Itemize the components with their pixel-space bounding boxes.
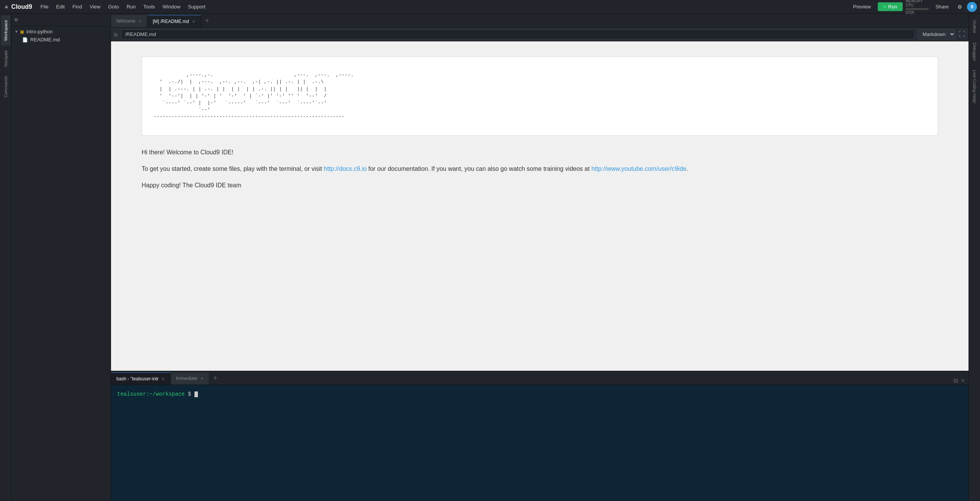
menu-support[interactable]: Support [184, 2, 209, 11]
preview-area: ,----.,-. ,---. ,---. ,----. ' .-./| | ,… [111, 41, 969, 371]
top-arrow-icon[interactable]: ▲ [3, 2, 10, 12]
docs-link[interactable]: http://docs.c9.io [324, 165, 367, 172]
terminal-tab-close-bash[interactable]: × [162, 376, 165, 382]
terminal-tab-add-button[interactable]: + [209, 372, 222, 385]
menu-run[interactable]: Run [123, 2, 140, 11]
bottom-panel: bash - "tealsuser-intr × Immediate × + ⧉… [111, 371, 969, 501]
sidebar-item-commands[interactable]: Commands [1, 71, 10, 102]
tab-readme[interactable]: [M] /README.md × [147, 15, 201, 27]
prompt-path: :~/workspace [146, 391, 185, 397]
prompt-dollar: $ [188, 391, 194, 397]
terminal-prompt: tealsuser:~/workspace $ [117, 391, 962, 397]
editor-tabs: Welcome × [M] /README.md × + [111, 14, 969, 28]
tab-close-welcome[interactable]: × [139, 18, 142, 24]
tree-file-readme[interactable]: 📄 README.md [11, 36, 111, 44]
user-avatar: 9 [967, 2, 977, 12]
sidebar-item-workspace[interactable]: Workspace [1, 15, 10, 46]
sidebar-item-navigate[interactable]: Navigate [1, 46, 10, 71]
menu-goto[interactable]: Goto [104, 2, 122, 11]
terminal-tabs: bash - "tealsuser-intr × Immediate × + ⧉… [111, 371, 969, 385]
tree-folder-intro-python[interactable]: ▼ ▣ intro-python [11, 28, 111, 36]
terminal-tab-close-immediate[interactable]: × [201, 375, 204, 381]
preview-button[interactable]: Preview [849, 2, 875, 11]
memory-display: MEMORY CPU DISK [906, 0, 929, 15]
ascii-art-box: ,----.,-. ,---. ,---. ,----. ' .-./| | ,… [142, 57, 938, 136]
body-text: To get you started, create some files, p… [142, 164, 938, 174]
menu-window[interactable]: Window [159, 2, 184, 11]
main-content: Workspace Navigate Commands ⚙ ▼ ▣ intro-… [0, 14, 980, 501]
editor-area: Welcome × [M] /README.md × + ↻ Markdown … [111, 14, 969, 501]
settings-icon[interactable]: ⚙ [956, 2, 964, 12]
refresh-icon[interactable]: ↻ [114, 31, 118, 38]
folder-icon: ▣ [20, 29, 24, 34]
right-tab-debugger[interactable]: Debugger [970, 38, 979, 65]
terminal-cursor [194, 391, 198, 397]
terminal-controls: ⧉ × [954, 377, 969, 385]
menu-file[interactable]: File [37, 2, 52, 11]
right-sidebar: Outline Debugger Live Coding Help! [969, 14, 980, 501]
file-tree-gear-icon[interactable]: ⚙ [15, 16, 18, 23]
tab-add-button[interactable]: + [201, 15, 213, 27]
file-tree: ⚙ ▼ ▣ intro-python 📄 README.md [11, 14, 111, 501]
welcome-text: Hi there! Welcome to Cloud9 IDE! [142, 147, 938, 157]
menu-view[interactable]: View [86, 2, 104, 11]
terminal-tab-immediate[interactable]: Immediate × [171, 372, 209, 385]
right-tab-outline[interactable]: Outline [970, 15, 979, 38]
address-input[interactable] [121, 29, 915, 39]
run-dot-icon [883, 5, 886, 8]
run-button[interactable]: Run [878, 2, 903, 11]
terminal-close-icon[interactable]: × [961, 378, 965, 385]
terminal-content[interactable]: tealsuser:~/workspace $ [111, 385, 969, 501]
left-sidebar-tabs: Workspace Navigate Commands [0, 14, 11, 501]
right-tab-live-coding[interactable]: Live Coding Help! [970, 65, 979, 108]
file-tree-header: ⚙ [11, 14, 111, 26]
menu-find[interactable]: Find [69, 2, 86, 11]
language-select[interactable]: Markdown JavaScript Python HTML CSS Text [918, 29, 956, 39]
footer-text: Happy coding! The Cloud9 IDE team [142, 180, 938, 190]
terminal-tab-bash[interactable]: bash - "tealsuser-intr × [111, 372, 171, 385]
fullscreen-icon[interactable]: ⛶ [959, 30, 965, 38]
menu-tools[interactable]: Tools [139, 2, 158, 11]
menu-bar: ▲ Cloud9 File Edit Find View Goto Run To… [0, 0, 980, 14]
memory-bar [906, 8, 929, 10]
menu-edit[interactable]: Edit [52, 2, 69, 11]
tab-welcome[interactable]: Welcome × [111, 15, 147, 27]
folder-arrow-icon: ▼ [15, 29, 18, 34]
address-bar: ↻ Markdown JavaScript Python HTML CSS Te… [111, 28, 969, 41]
share-button[interactable]: Share [932, 2, 953, 11]
file-icon: 📄 [22, 37, 28, 43]
tab-close-readme[interactable]: × [192, 18, 195, 25]
app-logo: Cloud9 [11, 3, 32, 10]
file-tree-content: ▼ ▣ intro-python 📄 README.md [11, 26, 111, 501]
terminal-expand-icon[interactable]: ⧉ [954, 377, 958, 385]
prompt-user: tealsuser [117, 391, 146, 397]
menu-right: Preview Run MEMORY CPU DISK Share ⚙ 9 [849, 0, 977, 15]
youtube-link[interactable]: http://www.youtube.com/user/c9ide [591, 165, 686, 172]
